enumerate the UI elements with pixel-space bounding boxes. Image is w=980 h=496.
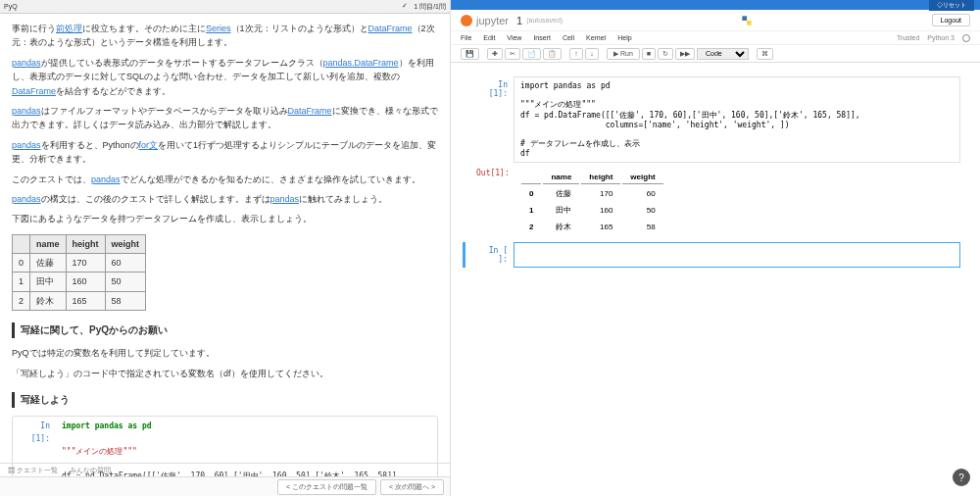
move-down-button[interactable]: ↓ [585,48,599,60]
cell-out-prompt: Out[1]: [470,165,514,240]
menu-edit[interactable]: Edit [483,34,495,41]
menu-kernel[interactable]: Kernel [586,34,606,41]
link-pandas3[interactable]: pandas [12,140,41,150]
stop-button[interactable]: ■ [642,48,656,60]
jupyter-header: jupyter 1 (autosaved) Logout [451,10,980,31]
menu-view[interactable]: View [507,34,521,41]
kernel-name[interactable]: Python 3 [927,34,955,41]
jupyter-output-table: nameheightweight 0佐藤17060 1田中16050 2鈴木16… [519,169,665,236]
link-dataframe[interactable]: DataFrame [368,24,413,33]
run-button[interactable]: ▶ Run [607,48,640,60]
menu-cell[interactable]: Cell [563,34,574,41]
output-cell: Out[1]: nameheightweight 0佐藤17060 1田中160… [470,165,960,240]
lesson-pane: PyQ ✓ 1 問目/1問 事前に行う前処理に役立ちます。そのために主にSeri… [0,0,451,496]
save-button[interactable]: 💾 [461,48,479,60]
menu-help[interactable]: Help [617,34,631,41]
logout-button[interactable]: Logout [932,14,970,26]
jupyter-pane: ◇リセット jupyter 1 (autosaved) Logout File … [451,0,980,496]
cut-button[interactable]: ✂ [505,48,520,60]
jupyter-toolbar: 💾 ✚ ✂ 📄 📋 ↑ ↓ ▶ Run ■ ↻ ▶▶ Code ⌘ [451,45,980,63]
footer-buttons: < このクエストの問題一覧 < 次の問題へ > [0,476,450,496]
app-title: PyQ [4,3,402,10]
reset-button[interactable]: ◇リセット [929,0,974,11]
link-dataframe3[interactable]: DataFrame [288,106,332,116]
link-for[interactable]: for文 [139,140,159,150]
jupyter-topbar: ◇リセット [451,0,980,10]
link-pandas6[interactable]: pandas [270,194,300,204]
python-icon [740,14,754,27]
prev-problems-button[interactable]: < このクエストの問題一覧 [277,479,376,495]
link-preprocess[interactable]: 前処理 [56,24,82,33]
lesson-header: PyQ ✓ 1 問目/1問 [0,0,450,14]
restart-button[interactable]: ↻ [658,48,673,60]
next-problem-button[interactable]: < 次の問題へ > [380,479,444,495]
command-palette-button[interactable]: ⌘ [757,48,773,60]
add-cell-button[interactable]: ✚ [487,48,503,60]
section-shakyou-note: 写経に関して、PyQからのお願い [12,322,438,338]
copy-button[interactable]: 📄 [522,48,541,60]
lesson-content: 事前に行う前処理に役立ちます。そのために主にSeries（1次元：リストのような… [0,14,450,482]
progress-indicator: 1 問目/1問 [414,2,446,12]
paste-button[interactable]: 📋 [543,48,562,60]
move-up-button[interactable]: ↑ [569,48,583,60]
code-cell[interactable]: In [1]: import pandas as pd """メインの処理"""… [470,76,960,163]
jupyter-menu: File Edit View Insert Cell Kernel Help T… [451,31,980,45]
svg-rect-0 [743,16,748,21]
autosave-status: (autosaved) [526,17,563,24]
link-pd-dataframe[interactable]: pandas.DataFrame [323,58,399,68]
notebook-name[interactable]: 1 [516,15,522,26]
empty-cell[interactable]: In [ ]: [470,242,960,268]
link-pandas5[interactable]: pandas [12,194,41,204]
cell-in-prompt: In [1]: [470,76,514,163]
bottom-links: ▦ クエスト一覧 みんなの質問 [0,463,450,476]
link-series[interactable]: Series [206,24,231,33]
run-all-button[interactable]: ▶▶ [675,48,695,60]
svg-rect-1 [747,21,752,25]
notebook-area[interactable]: In [1]: import pandas as pd """メインの処理"""… [451,63,980,283]
kernel-indicator-icon [962,34,970,42]
jupyter-logo[interactable]: jupyter [461,15,509,26]
jupyter-icon [461,15,472,26]
link-pandas[interactable]: pandas [12,58,41,68]
quest-list-link[interactable]: ▦ クエスト一覧 [8,466,58,475]
menu-insert[interactable]: Insert [533,34,551,41]
menu-file[interactable]: File [461,34,471,41]
link-dataframe2[interactable]: DataFrame [12,86,56,96]
link-pandas4[interactable]: pandas [91,174,121,184]
section-shakyou: 写経しよう [12,392,438,408]
qa-link[interactable]: みんなの質問 [70,466,111,475]
cell-empty-prompt: In [ ]: [470,242,514,268]
check-icon[interactable]: ✓ [402,2,408,12]
trusted-label: Trusted [897,34,919,41]
sample-table: nameheightweight 0佐藤17060 1田中16050 2鈴木16… [12,234,146,312]
help-fab-button[interactable]: ? [953,469,970,486]
celltype-select[interactable]: Code [697,48,749,60]
link-pandas2[interactable]: pandas [12,106,41,116]
